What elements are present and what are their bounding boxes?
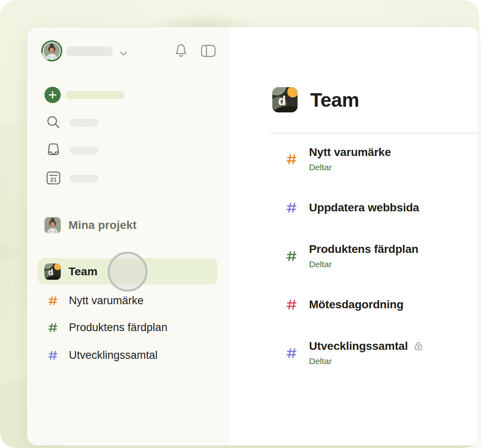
channel-label: Nytt varumärke <box>69 294 143 307</box>
sidebar-channel-item[interactable]: Produktens färdplan <box>27 317 230 338</box>
add-project-button[interactable] <box>44 87 61 103</box>
channel-title: Utvecklingssamtal <box>309 340 408 353</box>
channel-texts: Produktens färdplan Deltar <box>309 243 418 269</box>
channel-title: Uppdatera webbsida <box>309 201 419 214</box>
channel-row[interactable]: Nytt varumärke Deltar <box>230 135 479 183</box>
channel-status: Deltar <box>309 356 424 366</box>
page-title: Team <box>310 89 359 111</box>
calendar-day-number: 21 <box>50 176 57 183</box>
user-avatar[interactable] <box>41 40 62 61</box>
sidebar: 21 Mina projekt Team Nytt varumärke Prod… <box>27 27 230 445</box>
sidebar-channel-item[interactable]: Utvecklingssamtal <box>27 345 230 366</box>
sidebar-section-my-projects[interactable]: Mina projekt <box>44 217 137 233</box>
channel-texts: Utvecklingssamtal Deltar <box>309 340 424 366</box>
hash-icon <box>47 322 58 333</box>
team-logo-d <box>272 87 298 112</box>
user-photo <box>44 43 60 59</box>
inbox-icon[interactable] <box>45 142 62 158</box>
channel-row[interactable]: Produktens färdplan Deltar <box>230 232 479 280</box>
panel-toggle-icon[interactable] <box>201 44 216 57</box>
lock-icon <box>413 341 424 351</box>
channel-row[interactable]: Mötesdagordning <box>230 280 479 329</box>
bell-icon[interactable] <box>174 43 188 58</box>
app-window: 21 Mina projekt Team Nytt varumärke Prod… <box>27 27 479 446</box>
sidebar-channel-item[interactable]: Nytt varumärke <box>27 290 230 311</box>
channel-label: Utvecklingssamtal <box>69 349 158 362</box>
search-placeholder <box>70 119 98 127</box>
hash-icon <box>285 299 298 311</box>
calendar-placeholder <box>70 175 98 182</box>
account-name-placeholder <box>66 46 113 56</box>
channel-texts: Uppdatera webbsida <box>309 201 419 214</box>
plus-icon <box>48 90 57 99</box>
hash-icon <box>285 153 298 165</box>
team-logo-d <box>44 264 61 280</box>
channel-title: Mötesdagordning <box>309 298 404 311</box>
inbox-placeholder <box>70 147 98 154</box>
hash-icon <box>47 350 58 361</box>
chevron-down-icon[interactable] <box>119 48 128 58</box>
channel-title: Nytt varumärke <box>309 146 391 159</box>
channel-row[interactable]: Uppdatera webbsida <box>230 183 479 232</box>
user-photo <box>44 217 61 233</box>
channel-texts: Nytt varumärke Deltar <box>309 146 391 172</box>
hash-icon <box>285 202 298 214</box>
channel-title: Produktens färdplan <box>309 243 418 256</box>
main-panel: Team Nytt varumärke Deltar Uppdatera web… <box>230 27 479 445</box>
channel-row[interactable]: Utvecklingssamtal Deltar <box>230 329 479 377</box>
sidebar-team-label: Team <box>68 265 97 278</box>
channel-texts: Mötesdagordning <box>309 298 404 311</box>
channel-status: Deltar <box>309 259 418 269</box>
hash-icon <box>285 250 298 262</box>
hash-icon <box>47 295 58 306</box>
header-divider <box>271 133 479 134</box>
team-header: Team <box>272 87 359 112</box>
channel-label: Produktens färdplan <box>69 321 168 334</box>
my-projects-label: Mina projekt <box>68 219 137 232</box>
my-projects-avatar <box>44 217 61 233</box>
calendar-icon[interactable]: 21 <box>45 170 62 186</box>
search-icon[interactable] <box>45 114 62 130</box>
add-project-placeholder <box>66 91 124 99</box>
channel-status: Deltar <box>309 163 391 172</box>
avatar-ring-gap <box>43 42 61 60</box>
channel-list: Nytt varumärke Deltar Uppdatera webbsida <box>230 135 479 377</box>
window-edge-line <box>478 27 478 445</box>
sidebar-item-team[interactable]: Team <box>38 258 218 285</box>
hash-icon <box>285 347 298 359</box>
